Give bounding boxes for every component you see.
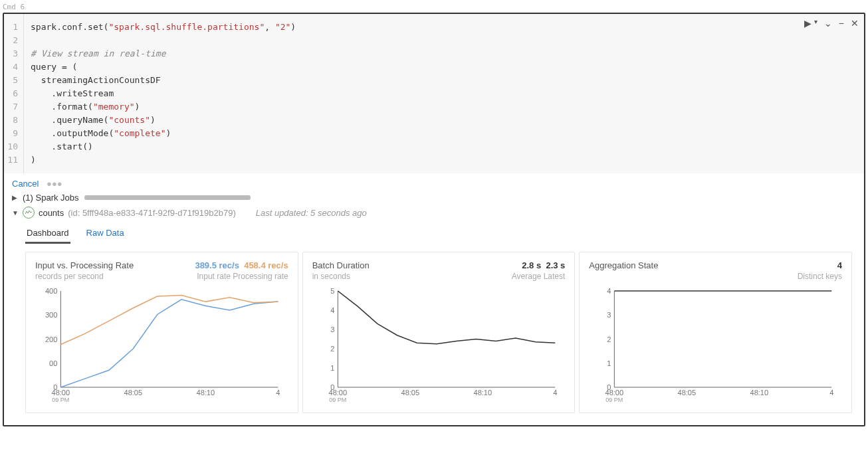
chart-metric-labels: Average Latest [512,272,566,281]
cancel-link[interactable]: Cancel [12,179,39,189]
tab-dashboard[interactable]: Dashboard [25,224,70,244]
code-content[interactable]: spark.conf.set("spark.sql.shuffle.partit… [24,14,864,173]
chevron-down-icon[interactable]: ⌄ [824,18,832,29]
chart-card-1: Batch Durationin seconds2.8 s 2.3 sAvera… [302,252,576,413]
chart-title: Input vs. Processing Rate [35,260,134,270]
loading-dots-icon: ●●● [47,179,62,189]
chart-title: Batch Duration [312,260,370,270]
svg-text:09 PM: 09 PM [606,397,623,403]
tab-raw-data[interactable]: Raw Data [85,224,126,244]
status-row: Cancel ●●● [4,173,864,189]
chart-card-2: Aggregation State4Distinct keys0123448:0… [579,252,852,413]
svg-text:4: 4 [276,389,280,397]
svg-text:4: 4 [553,389,557,397]
collapse-stream-icon[interactable]: ▼ [12,209,19,217]
svg-text:4: 4 [830,389,834,397]
minimize-icon[interactable]: − [839,18,844,29]
svg-text:300: 300 [45,311,57,319]
svg-text:5: 5 [330,287,334,295]
chart-metric-values: 4 [798,260,842,270]
chart-svg: 00020030040048:0009 PM48:0548:104 [35,288,288,407]
last-updated: Last updated: 5 seconds ago [256,208,367,218]
svg-text:1: 1 [607,359,611,367]
cell-toolbar: ▶ ▾ ⌄ − ✕ [804,18,859,29]
svg-text:48:00: 48:00 [605,389,624,397]
svg-text:09 PM: 09 PM [329,397,346,403]
spark-jobs-label[interactable]: (1) Spark Jobs [23,193,79,203]
svg-text:2: 2 [330,345,334,353]
spark-jobs-row: ▶ (1) Spark Jobs [4,189,864,203]
chart-card-0: Input vs. Processing Raterecords per sec… [25,252,298,413]
svg-text:3: 3 [330,325,334,333]
line-gutter: 1234567891011 [4,14,24,173]
chart-metric-labels: Distinct keys [798,272,842,281]
spark-jobs-progress [84,195,251,200]
chart-subtitle: records per second [35,272,134,281]
svg-text:48:10: 48:10 [473,389,492,397]
chart-subtitle: in seconds [312,272,370,281]
svg-text:1: 1 [330,364,334,372]
svg-text:4: 4 [607,287,611,295]
chart-metric-values: 2.8 s 2.3 s [512,260,566,270]
chart-svg: 01234548:0009 PM48:0548:104 [312,288,566,407]
stream-tabs: Dashboard Raw Data [4,219,864,244]
stream-row: ▼ counts (id: 5fff948a-e833-471f-92f9-d7… [4,203,864,219]
run-dropdown-icon[interactable]: ▾ [814,18,817,29]
svg-text:4: 4 [330,306,334,314]
stream-name[interactable]: counts [39,208,64,218]
expand-spark-jobs-icon[interactable]: ▶ [12,194,17,201]
stream-status-icon [23,207,35,219]
svg-text:48:05: 48:05 [401,389,419,397]
svg-text:48:10: 48:10 [750,389,769,397]
stream-id: (id: 5fff948a-e833-471f-92f9-d71f919b2b7… [68,208,236,218]
svg-text:48:00: 48:00 [52,389,70,397]
svg-text:2: 2 [607,335,611,343]
close-icon[interactable]: ✕ [851,18,859,29]
svg-text:48:00: 48:00 [328,389,347,397]
chart-metric-labels: Input rate Processing rate [195,272,288,281]
chart-title: Aggregation State [589,260,658,270]
svg-text:48:05: 48:05 [678,389,697,397]
svg-text:48:05: 48:05 [124,389,143,397]
charts-container: Input vs. Processing Raterecords per sec… [4,244,864,425]
notebook-cell: ▶ ▾ ⌄ − ✕ 1234567891011 spark.conf.set("… [3,13,865,426]
svg-text:48:10: 48:10 [197,389,215,397]
svg-text:400: 400 [45,287,57,295]
cmd-label: Cmd 6 [3,3,865,11]
svg-text:09 PM: 09 PM [52,397,69,403]
svg-text:200: 200 [45,335,57,343]
run-icon[interactable]: ▶ [804,18,812,29]
svg-text:3: 3 [607,311,611,319]
chart-svg: 0123448:0009 PM48:0548:104 [589,288,842,407]
svg-text:00: 00 [49,359,57,367]
code-editor[interactable]: 1234567891011 spark.conf.set("spark.sql.… [4,14,864,173]
chart-metric-values: 389.5 rec/s 458.4 rec/s [195,260,288,270]
